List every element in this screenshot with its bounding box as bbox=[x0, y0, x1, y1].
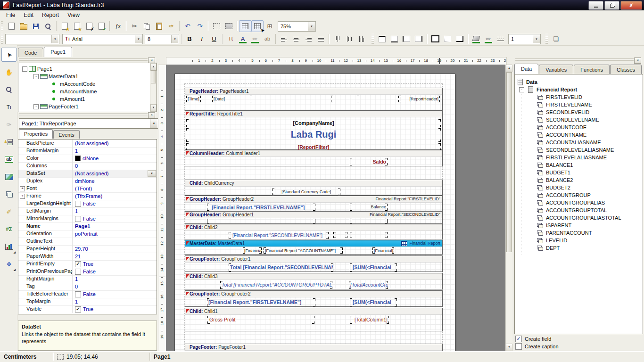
field-secondlevelname[interactable]: SECONDLEVELNAME bbox=[515, 116, 643, 123]
align-right-button[interactable] bbox=[302, 33, 314, 45]
band-masterdata1[interactable]: MasterData: MasterData1Financial Report[… bbox=[185, 240, 443, 255]
align-left-button[interactable] bbox=[278, 33, 290, 45]
field-budget1[interactable]: BUDGET1 bbox=[515, 169, 643, 176]
create-field-checkbox[interactable]: ✓ bbox=[515, 336, 522, 342]
chart-object-button-button[interactable]: ◢ bbox=[1, 239, 17, 254]
report-object[interactable]: [Standard Currency Code] bbox=[272, 189, 340, 195]
field-firstlevelaliasname[interactable]: FIRSTLEVELALIASNAME bbox=[515, 154, 643, 161]
object-selector[interactable]: Page1: TfrxReportPage ▼ bbox=[19, 118, 158, 129]
report-object[interactable]: Total [Financial Report."ACCOUNTGROUPTOT… bbox=[220, 281, 332, 289]
hand-tool-button[interactable]: ✋ bbox=[1, 65, 17, 79]
format-painter-tool-button[interactable]: ✑ bbox=[1, 117, 17, 132]
band-groupheader1[interactable]: GroupHeader: GroupHeader1Financial Repor… bbox=[185, 211, 443, 224]
property-row-color[interactable]: ColorclNone bbox=[18, 155, 157, 163]
minimize-button[interactable] bbox=[588, 1, 603, 10]
scroll-down-icon[interactable]: ▼ bbox=[150, 104, 157, 112]
tab-events[interactable]: Events bbox=[53, 130, 80, 139]
report-tree-splitter[interactable]: × bbox=[18, 58, 156, 63]
frame-none-button[interactable] bbox=[441, 33, 454, 45]
tab-functions[interactable]: Functions bbox=[574, 65, 610, 74]
create-caption-checkbox[interactable] bbox=[515, 343, 522, 350]
collapse-icon[interactable]: - bbox=[33, 104, 39, 109]
report-tree-item-pagefooter1[interactable]: -PageFooter1 bbox=[18, 103, 157, 110]
report-tree-item-masterdata1[interactable]: -MasterData1 bbox=[18, 73, 157, 80]
checkbox-icon[interactable] bbox=[75, 269, 81, 275]
report-object[interactable]: [TotalAccountGrou bbox=[349, 281, 388, 289]
field-accountname[interactable]: ACCOUNTNAME bbox=[515, 131, 643, 139]
scroll-up-icon[interactable]: ▲ bbox=[150, 63, 157, 71]
frame-top-button[interactable] bbox=[376, 33, 388, 45]
bold-button[interactable]: B bbox=[183, 33, 196, 45]
band-child2[interactable]: Child: Child2[Financial Report."SECONDLE… bbox=[185, 224, 443, 239]
report-tree-scrollbar[interactable]: ▲▼ bbox=[150, 63, 157, 112]
report-tree-item-page1[interactable]: -Page1 bbox=[18, 65, 157, 73]
property-row-dataset[interactable]: DataSet(Not assigned)▼ bbox=[18, 170, 157, 178]
page-settings-button[interactable]: ✓ bbox=[95, 20, 107, 32]
data-tree-root[interactable]: Data bbox=[515, 78, 643, 86]
property-row-printonpreviouspage[interactable]: PrintOnPreviousPageFalse bbox=[18, 268, 157, 276]
expand-icon[interactable]: + bbox=[20, 194, 25, 199]
property-row-printifempty[interactable]: PrintIfEmpty✓True bbox=[18, 260, 157, 268]
new-report-page-button[interactable]: ★ bbox=[58, 20, 71, 32]
frame-right-button[interactable] bbox=[413, 33, 425, 45]
band-childcurrency[interactable]: Child: ChildCurrency[Standard Currency C… bbox=[185, 180, 443, 196]
property-row-rightmargin[interactable]: RightMargin1 bbox=[18, 275, 157, 283]
text-rotation-button[interactable]: ab bbox=[261, 33, 273, 45]
align-to-grid-button[interactable]: ➤ bbox=[251, 20, 264, 32]
report-page[interactable]: PageHeader: PageHeader1[Time][Date][Repo… bbox=[174, 74, 455, 351]
property-row-font[interactable]: Font+(TFont) bbox=[18, 185, 157, 193]
dropdown-icon[interactable]: ▼ bbox=[148, 170, 156, 177]
menu-report[interactable]: Report bbox=[38, 11, 63, 19]
property-row-visible[interactable]: Visible✓True bbox=[18, 305, 157, 313]
band-groupfooter1[interactable]: GroupFooter: GroupFooter1Total [Financia… bbox=[185, 255, 443, 272]
variables-button[interactable]: ƒx bbox=[112, 20, 124, 32]
frame-left-button[interactable] bbox=[400, 33, 413, 45]
scroll-down-icon[interactable]: ▼ bbox=[506, 344, 512, 351]
zoom-select[interactable]: 75%▼ bbox=[278, 21, 316, 32]
report-object[interactable]: [Financial Report."ACCOUNTNAME"] bbox=[264, 247, 343, 254]
band-groupfooter2[interactable]: GroupFooter: GroupFooter2[Financial Repo… bbox=[185, 290, 443, 307]
report-tree-item-mamount1[interactable]: mAmount1 bbox=[18, 95, 157, 103]
data-panel-splitter[interactable]: × bbox=[514, 58, 642, 63]
field-accountgroup[interactable]: ACCOUNTGROUP bbox=[515, 191, 643, 199]
subreport-object-button-button[interactable] bbox=[1, 187, 17, 201]
property-row-topmargin[interactable]: TopMargin1 bbox=[18, 298, 157, 306]
field-isparent[interactable]: ISPARENT bbox=[515, 222, 643, 229]
tab-variables[interactable]: Variables bbox=[539, 65, 573, 74]
report-object[interactable]: [Time] bbox=[186, 96, 201, 102]
field-accountgroupaliastotal[interactable]: ACCOUNTGROUPALIASTOTAL bbox=[515, 214, 643, 222]
band-child1[interactable]: Child: Child1Gross Profit[TotalColumn1] bbox=[185, 308, 443, 331]
ole-object-button-button[interactable]: ❖◢ bbox=[1, 257, 17, 271]
tab-data[interactable]: Data bbox=[514, 64, 538, 74]
band-reporttitle1[interactable]: ReportTitle: ReportTitle1[CompanyName]La… bbox=[185, 110, 443, 150]
select-tool-button[interactable]: ➤ bbox=[1, 48, 17, 62]
design-vertical-scrollbar[interactable]: ▲ ▼ bbox=[505, 65, 512, 351]
field-budget2[interactable]: BUDGET2 bbox=[515, 184, 643, 191]
align-middle-button[interactable] bbox=[343, 33, 355, 45]
field-firstlevelid[interactable]: FIRSTLEVELID bbox=[515, 93, 643, 101]
scrollbar-thumb[interactable] bbox=[506, 72, 512, 252]
report-object[interactable] bbox=[350, 232, 388, 238]
picture-object-button-button[interactable] bbox=[1, 170, 17, 184]
frame-all-button[interactable] bbox=[429, 33, 441, 45]
checkbox-icon[interactable] bbox=[75, 201, 81, 207]
tab-classes[interactable]: Classes bbox=[610, 65, 642, 74]
insert-band-button-button[interactable]: ± bbox=[1, 135, 17, 149]
ungroup-button[interactable] bbox=[223, 20, 235, 32]
frame-corner-button[interactable] bbox=[454, 33, 466, 45]
report-object[interactable]: [TotalColumn1] bbox=[350, 316, 389, 324]
report-object[interactable] bbox=[331, 96, 359, 102]
report-object[interactable]: [Financial Report."FIRSTLEVELNAME"] bbox=[207, 204, 315, 211]
preview-button[interactable] bbox=[42, 20, 54, 32]
band-pageheader1[interactable]: PageHeader: PageHeader1[Time][Date][Repo… bbox=[185, 88, 443, 111]
copy-button[interactable] bbox=[140, 20, 153, 32]
system-text-button-button[interactable]: #Σ bbox=[1, 222, 17, 236]
inspector-splitter[interactable]: × bbox=[18, 112, 156, 117]
field-balance1[interactable]: BALANCE1 bbox=[515, 161, 643, 169]
report-object[interactable]: [CompanyName] bbox=[186, 119, 441, 127]
redo-button[interactable]: ↷ bbox=[194, 20, 206, 32]
property-row-orientation[interactable]: OrientationpoPortrait bbox=[18, 230, 157, 238]
report-object[interactable]: Gross Profit bbox=[207, 316, 314, 324]
undo-button[interactable]: ↶ bbox=[182, 20, 194, 32]
line-color-button[interactable]: ✏ bbox=[482, 33, 495, 45]
